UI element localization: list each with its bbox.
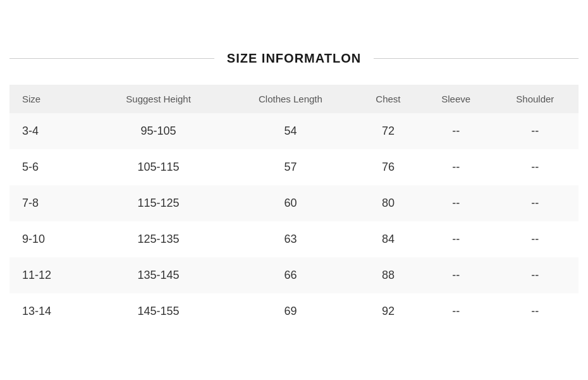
table-cell-r5-c1: 145-155 <box>92 293 224 329</box>
table-cell-r3-c3: 84 <box>356 221 420 257</box>
table-cell-r3-c0: 9-10 <box>9 221 92 257</box>
table-cell-r1-c4: -- <box>420 149 492 185</box>
table-row: 3-495-1055472---- <box>9 113 579 149</box>
table-cell-r1-c0: 5-6 <box>9 149 92 185</box>
table-cell-r2-c2: 60 <box>225 185 356 221</box>
table-cell-r4-c4: -- <box>420 257 492 293</box>
table-cell-r3-c2: 63 <box>225 221 356 257</box>
col-header-size: Size <box>9 85 92 113</box>
table-cell-r2-c0: 7-8 <box>9 185 92 221</box>
table-cell-r5-c0: 13-14 <box>9 293 92 329</box>
table-cell-r5-c4: -- <box>420 293 492 329</box>
col-header-sleeve: Sleeve <box>420 85 492 113</box>
title-section: SIZE INFORMATLON <box>9 51 579 66</box>
table-cell-r0-c1: 95-105 <box>92 113 224 149</box>
col-header-chest: Chest <box>356 85 420 113</box>
table-cell-r2-c5: -- <box>492 185 579 221</box>
title-line-left <box>9 58 214 59</box>
table-cell-r1-c5: -- <box>492 149 579 185</box>
col-header-suggest-height: Suggest Height <box>92 85 224 113</box>
table-cell-r2-c3: 80 <box>356 185 420 221</box>
table-cell-r2-c4: -- <box>420 185 492 221</box>
table-cell-r3-c1: 125-135 <box>92 221 224 257</box>
table-cell-r1-c2: 57 <box>225 149 356 185</box>
table-cell-r3-c4: -- <box>420 221 492 257</box>
table-cell-r3-c5: -- <box>492 221 579 257</box>
col-header-clothes-length: Clothes Length <box>225 85 356 113</box>
table-cell-r1-c3: 76 <box>356 149 420 185</box>
table-header-row: Size Suggest Height Clothes Length Chest… <box>9 85 579 113</box>
table-cell-r4-c2: 66 <box>225 257 356 293</box>
table-row: 7-8115-1256080---- <box>9 185 579 221</box>
table-cell-r5-c2: 69 <box>225 293 356 329</box>
main-container: SIZE INFORMATLON Size Suggest Height Clo… <box>9 39 579 342</box>
table-cell-r0-c5: -- <box>492 113 579 149</box>
table-cell-r2-c1: 115-125 <box>92 185 224 221</box>
size-table: Size Suggest Height Clothes Length Chest… <box>9 85 579 329</box>
table-cell-r4-c5: -- <box>492 257 579 293</box>
table-cell-r4-c0: 11-12 <box>9 257 92 293</box>
table-cell-r0-c4: -- <box>420 113 492 149</box>
table-cell-r0-c0: 3-4 <box>9 113 92 149</box>
table-cell-r1-c1: 105-115 <box>92 149 224 185</box>
table-row: 13-14145-1556992---- <box>9 293 579 329</box>
table-cell-r4-c3: 88 <box>356 257 420 293</box>
page-title: SIZE INFORMATLON <box>214 51 374 66</box>
table-row: 9-10125-1356384---- <box>9 221 579 257</box>
title-line-right <box>374 58 579 59</box>
table-cell-r5-c5: -- <box>492 293 579 329</box>
table-cell-r5-c3: 92 <box>356 293 420 329</box>
table-cell-r0-c2: 54 <box>225 113 356 149</box>
table-row: 11-12135-1456688---- <box>9 257 579 293</box>
col-header-shoulder: Shoulder <box>492 85 579 113</box>
table-row: 5-6105-1155776---- <box>9 149 579 185</box>
table-cell-r4-c1: 135-145 <box>92 257 224 293</box>
table-cell-r0-c3: 72 <box>356 113 420 149</box>
